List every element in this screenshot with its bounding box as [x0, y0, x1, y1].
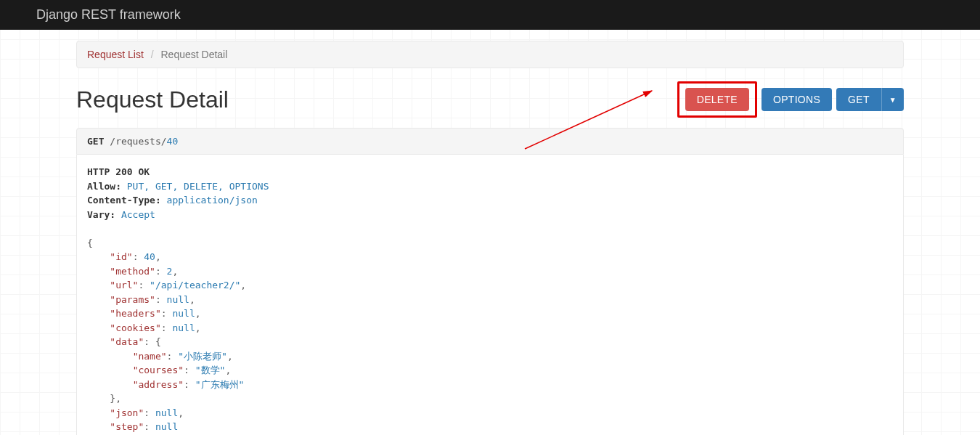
status-line: HTTP 200 OK — [87, 166, 150, 177]
breadcrumb-separator: / — [151, 49, 154, 60]
json-val-url: "/api/teacher2/" — [150, 280, 240, 290]
json-key-courses: "courses" — [133, 365, 184, 375]
delete-button[interactable]: DELETE — [685, 88, 749, 111]
json-key-name: "name" — [133, 351, 167, 362]
get-button[interactable]: GET — [836, 88, 881, 111]
json-val-cookies: null — [172, 322, 195, 333]
request-method: GET — [87, 136, 104, 147]
json-val-address: "广东梅州" — [195, 379, 245, 390]
json-key-url: "url" — [110, 280, 138, 290]
navbar: Django REST framework — [0, 0, 980, 30]
page-title: Request Detail — [76, 86, 229, 113]
json-val-step: null — [155, 421, 178, 432]
json-key-cookies: "cookies" — [110, 322, 160, 333]
get-dropdown-toggle[interactable]: ▼ — [881, 88, 904, 111]
json-val-headers: null — [172, 308, 195, 319]
page-header: Request Detail DELETE OPTIONS GET ▼ — [76, 81, 904, 118]
options-button[interactable]: OPTIONS — [761, 88, 832, 111]
json-key-step: "step" — [110, 421, 144, 432]
json-val-courses: "数学" — [195, 365, 226, 375]
response-panel: HTTP 200 OK Allow: PUT, GET, DELETE, OPT… — [76, 155, 904, 435]
allow-value: PUT, GET, DELETE, OPTIONS — [127, 181, 269, 192]
request-path: /requests/ — [110, 136, 166, 147]
json-val-json: null — [155, 407, 178, 418]
delete-highlight: DELETE — [677, 81, 757, 118]
json-val-id: 40 — [144, 251, 155, 262]
request-id: 40 — [167, 136, 179, 147]
json-key-json: "json" — [110, 407, 144, 418]
action-buttons: DELETE OPTIONS GET ▼ — [677, 81, 904, 118]
json-val-name: "小陈老师" — [178, 351, 227, 362]
get-button-group: GET ▼ — [836, 88, 904, 111]
allow-label: Allow: — [87, 181, 121, 192]
request-line: GET /requests/40 — [76, 128, 904, 155]
vary-label: Vary: — [87, 209, 115, 220]
breadcrumb-root-link[interactable]: Request List — [87, 49, 144, 60]
json-data-open: { — [155, 336, 161, 347]
json-key-params: "params" — [110, 294, 155, 305]
navbar-brand[interactable]: Django REST framework — [36, 7, 181, 22]
breadcrumb-current: Request Detail — [161, 49, 228, 60]
json-key-data: "data" — [110, 336, 144, 347]
json-key-address: "address" — [133, 379, 184, 390]
json-key-id: "id" — [110, 251, 132, 262]
breadcrumb: Request List / Request Detail — [76, 41, 904, 68]
vary-value: Accept — [121, 209, 155, 220]
json-key-method: "method" — [110, 266, 155, 277]
content-type-value: application/json — [167, 195, 258, 206]
content-type-label: Content-Type: — [87, 195, 161, 206]
json-val-params: null — [167, 294, 189, 305]
json-key-headers: "headers" — [110, 308, 160, 319]
